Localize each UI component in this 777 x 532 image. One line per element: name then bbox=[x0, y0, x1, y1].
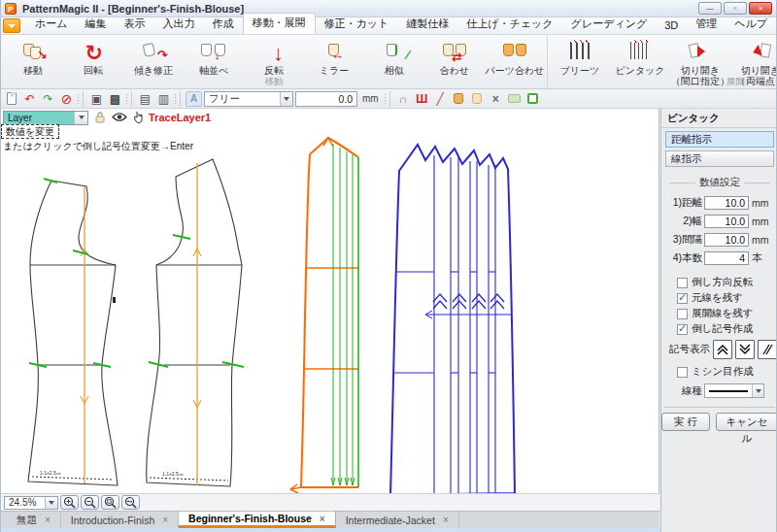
keep-original-line-checkbox-row[interactable]: 元線を残す bbox=[661, 290, 777, 306]
tilt-correct-button[interactable]: ↷ 傾き修正 bbox=[123, 36, 184, 76]
stitch-checkbox-row[interactable]: ミシン目作成 bbox=[661, 364, 777, 380]
pintuck-button[interactable]: ピンタック bbox=[610, 36, 670, 76]
layer-select[interactable]: Layer bbox=[3, 111, 88, 125]
mode-select[interactable]: フリー bbox=[204, 91, 293, 107]
menu-sewing-spec[interactable]: 縫製仕様 bbox=[397, 15, 457, 34]
eye-icon[interactable] bbox=[112, 112, 127, 124]
pleats-button[interactable]: プリーツ bbox=[550, 36, 610, 76]
cancel-button[interactable]: キャンセル bbox=[716, 413, 777, 431]
mirror-button[interactable]: ↔ ミラー bbox=[304, 36, 364, 76]
flip-button[interactable]: ↓ 反転 bbox=[244, 36, 304, 76]
lock-icon[interactable] bbox=[94, 111, 106, 125]
close-button[interactable]: × bbox=[749, 2, 772, 15]
menu-create[interactable]: 作成 bbox=[204, 15, 243, 34]
panel-title: ピンタック bbox=[661, 109, 777, 128]
green-frame-button[interactable] bbox=[524, 91, 541, 107]
text-tool-button[interactable]: A bbox=[186, 91, 202, 107]
parts-fit-button[interactable]: パーツ合わせ bbox=[485, 36, 545, 76]
menu-move-expand[interactable]: 移動・展開 bbox=[243, 13, 316, 34]
fold-symbol-checkbox-row[interactable]: 倒し記号作成 bbox=[661, 321, 777, 337]
pattern-canvas[interactable]: Layer TraceLayer1 数値を変更 またはクリックで倒し記号位置変更… bbox=[1, 109, 659, 493]
pattern-drawing[interactable]: 1.1+2.5㎝ 1.1+2.5㎝ bbox=[1, 109, 658, 493]
rotate-button[interactable]: ↻ 回転 bbox=[63, 36, 123, 76]
width-input[interactable]: 10.0 bbox=[704, 215, 749, 228]
tab-close-icon[interactable]: × bbox=[443, 515, 449, 525]
pen-tool-button[interactable]: ╱ bbox=[432, 91, 449, 107]
menu-home[interactable]: ホーム bbox=[26, 15, 77, 34]
menu-io[interactable]: 入出力 bbox=[154, 15, 204, 34]
edit-hint-box: 数値を変更 bbox=[1, 124, 59, 139]
panel-action-buttons: 実 行 キャンセル bbox=[661, 413, 777, 431]
move-button[interactable]: ↘ 移動 bbox=[3, 36, 63, 76]
redo-button[interactable]: ↷ bbox=[40, 91, 56, 107]
chevron-down-symbol-button[interactable] bbox=[735, 340, 755, 359]
app-menu-button[interactable] bbox=[3, 18, 20, 33]
green-pill-button[interactable] bbox=[506, 91, 523, 107]
checkbox-icon[interactable] bbox=[677, 324, 688, 335]
pleat-lines-button[interactable]: Ш bbox=[414, 91, 430, 107]
piece-pintuck-expanded[interactable] bbox=[390, 145, 515, 493]
undo-button[interactable]: ↶ bbox=[21, 91, 38, 107]
panel-divider bbox=[664, 407, 775, 408]
doc-tab-intermediate-jacket[interactable]: Intermediate-Jacket × bbox=[336, 512, 459, 528]
frame-select-button[interactable]: ▣ bbox=[88, 91, 105, 107]
zoom-fit-button[interactable] bbox=[121, 495, 140, 510]
vline-tool-button[interactable]: ▥ bbox=[155, 91, 172, 107]
magnet-snap-button[interactable]: ∩ bbox=[395, 91, 412, 107]
unpin-button[interactable]: × bbox=[488, 91, 504, 107]
tab-close-icon[interactable]: × bbox=[320, 514, 325, 524]
piece-back-bodice[interactable]: 1.1+2.5㎝ bbox=[28, 179, 118, 485]
zoom-region-button[interactable] bbox=[101, 495, 119, 510]
menu-manage[interactable]: 管理 bbox=[687, 15, 726, 34]
checkbox-icon[interactable] bbox=[677, 293, 688, 304]
menu-view[interactable]: 表示 bbox=[116, 15, 154, 34]
menu-edit[interactable]: 編集 bbox=[77, 15, 116, 34]
distance-input[interactable]: 10.0 bbox=[704, 196, 749, 210]
distance-mode-button[interactable]: 距離指示 bbox=[665, 131, 774, 148]
keep-expand-line-checkbox-row[interactable]: 展開線を残す bbox=[661, 306, 777, 321]
double-chevron-up-icon bbox=[716, 343, 729, 356]
interval-input[interactable]: 10.0 bbox=[704, 233, 749, 247]
execute-button[interactable]: 実 行 bbox=[661, 413, 710, 431]
checkbox-icon[interactable] bbox=[677, 367, 688, 378]
maximize-button[interactable]: ▫ bbox=[724, 2, 747, 15]
tab-close-icon[interactable]: × bbox=[45, 515, 51, 525]
double-slash-symbol-button[interactable] bbox=[758, 340, 777, 359]
frame-fill-button[interactable]: ▩ bbox=[107, 91, 123, 107]
tab-close-icon[interactable]: × bbox=[162, 515, 168, 525]
new-document-button[interactable] bbox=[3, 91, 19, 107]
doc-tab-introduction-finish[interactable]: Introduction-Finish × bbox=[61, 512, 179, 528]
doc-tab-beginners-finish-blouse[interactable]: Beginner's-Finish-Blouse × bbox=[179, 512, 336, 528]
minimize-button[interactable]: — bbox=[698, 2, 722, 15]
zoom-level-select[interactable]: 24.5% bbox=[4, 496, 58, 510]
piece-pintuck-source[interactable] bbox=[290, 138, 358, 493]
line-type-select[interactable] bbox=[704, 383, 764, 398]
doc-tab-untitled[interactable]: 無題 × bbox=[7, 512, 61, 528]
menu-modify-cut[interactable]: 修正・カット bbox=[316, 15, 398, 34]
menu-3d[interactable]: 3D bbox=[656, 17, 687, 34]
app-icon: P bbox=[5, 3, 17, 15]
similar-button[interactable]: ∕ 相似 bbox=[364, 36, 424, 76]
line-mode-button[interactable]: 線指示 bbox=[665, 150, 774, 167]
checkbox-icon[interactable] bbox=[677, 309, 688, 319]
chevron-down-icon bbox=[280, 92, 292, 106]
hline-tool-button[interactable]: ▤ bbox=[137, 91, 153, 107]
menu-help[interactable]: ヘルプ bbox=[726, 15, 776, 34]
chevron-up-symbol-button[interactable] bbox=[713, 340, 732, 359]
offset-input[interactable]: 0.0 bbox=[295, 91, 357, 107]
cancel-command-button[interactable]: ⊘ bbox=[58, 91, 75, 107]
garment-pale-button[interactable] bbox=[469, 91, 486, 107]
zoom-out-button[interactable] bbox=[81, 495, 99, 510]
piece-front-bodice[interactable]: 1.1+2.5㎝ bbox=[147, 159, 244, 486]
checkbox-icon[interactable] bbox=[677, 278, 688, 288]
hand-cursor-icon[interactable] bbox=[133, 111, 143, 125]
active-layer-name[interactable]: TraceLayer1 bbox=[149, 112, 211, 123]
garment-filled-button[interactable] bbox=[451, 91, 467, 107]
count-input[interactable]: 4 bbox=[704, 251, 749, 265]
fit-button[interactable]: ⇄ 合わせ bbox=[424, 36, 485, 76]
menu-finish-check[interactable]: 仕上げ・チェック bbox=[457, 15, 561, 34]
reverse-fold-checkbox-row[interactable]: 倒し方向反転 bbox=[661, 275, 777, 290]
axis-align-button[interactable]: ↓ 軸並べ bbox=[184, 36, 244, 76]
menu-grading[interactable]: グレーディング bbox=[562, 15, 657, 34]
zoom-in-button[interactable] bbox=[60, 495, 79, 510]
